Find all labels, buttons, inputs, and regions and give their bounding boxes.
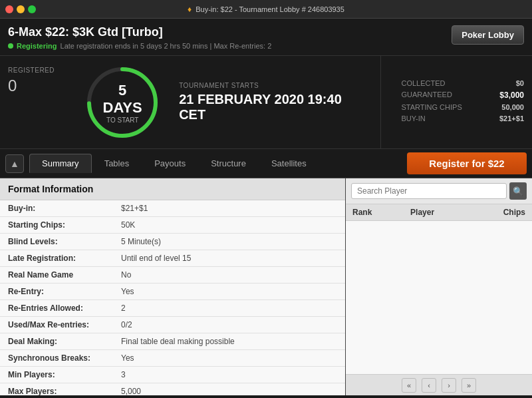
starting-chips-value: 50,000 — [501, 103, 524, 111]
table-row: Max Players:5,000 — [0, 383, 345, 396]
row-value: 2 — [113, 300, 345, 317]
title-bar-icon: ♦ — [188, 5, 192, 14]
player-list-area — [346, 221, 532, 374]
status-dot — [8, 43, 13, 49]
prev-page-button[interactable]: ‹ — [422, 378, 436, 393]
tournament-info: REGISTERED 0 5 DAYS TO START TOURNAMENT … — [0, 56, 532, 149]
buyin-label: BUY-IN — [401, 114, 425, 122]
window-controls — [5, 5, 36, 13]
collapse-button[interactable]: ▲ — [5, 154, 24, 173]
table-row: Synchronous Breaks:Yes — [0, 350, 345, 367]
table-row: Late Registration:Until end of level 15 — [0, 250, 345, 267]
row-value: Until end of level 15 — [113, 250, 345, 267]
tab-satellites[interactable]: Satellites — [259, 154, 319, 173]
tab-payouts[interactable]: Payouts — [142, 154, 198, 173]
timer-to-start: TO START — [103, 116, 142, 123]
collected-value: $0 — [516, 79, 524, 87]
main-content: Format Information Buy-in:$21+$1Starting… — [0, 178, 532, 395]
guaranteed-label: GUARANTEED — [401, 91, 452, 100]
row-key: Buy-in: — [0, 200, 113, 217]
tab-tables[interactable]: Tables — [92, 154, 142, 173]
row-value: 5 Minute(s) — [113, 234, 345, 250]
stat-collected: COLLECTED $0 — [401, 79, 524, 87]
status-label: Registering — [17, 42, 57, 50]
register-button[interactable]: Register for $22 — [407, 152, 527, 174]
stat-buyin: BUY-IN $21+$1 — [401, 114, 524, 122]
left-panel: Format Information Buy-in:$21+$1Starting… — [0, 178, 346, 395]
stat-starting-chips: STARTING CHIPS 50,000 — [401, 103, 524, 111]
header-left: 6-Max $22: $3K Gtd [Turbo] Registering L… — [8, 25, 271, 50]
row-key: Max Players: — [0, 383, 113, 396]
timer-text: 5 DAYS TO START — [103, 81, 142, 123]
row-value: 5,000 — [113, 383, 345, 396]
row-value: Yes — [113, 350, 345, 367]
timer-circle: 5 DAYS TO START — [86, 66, 159, 139]
registered-section: REGISTERED 0 — [8, 56, 86, 148]
next-page-button[interactable]: › — [442, 378, 456, 393]
tournament-starts: TOURNAMENT STARTS 21 FEBRUARY 2020 19:40… — [179, 56, 367, 148]
rank-column-header: Rank — [346, 204, 404, 221]
status-detail: Late registration ends in 5 days 2 hrs 5… — [61, 42, 272, 50]
registered-count: 0 — [8, 77, 86, 95]
tournament-starts-label: TOURNAMENT STARTS — [179, 82, 367, 89]
row-key: Real Name Game — [0, 267, 113, 284]
row-value: 3 — [113, 367, 345, 383]
table-row: Re-Entries Allowed:2 — [0, 300, 345, 317]
row-key: Deal Making: — [0, 333, 113, 350]
tournament-name: 6-Max $22: $3K Gtd [Turbo] — [8, 25, 271, 39]
table-row: Starting Chips:50K — [0, 217, 345, 234]
pagination-bar: « ‹ › » — [346, 374, 532, 395]
minimize-button[interactable] — [17, 5, 25, 13]
last-page-button[interactable]: » — [462, 378, 476, 393]
player-table: Rank Player Chips — [346, 204, 532, 221]
title-bar: ♦ Buy-in: $22 - Tournament Lobby # 24680… — [0, 0, 532, 19]
registered-label: REGISTERED — [8, 67, 86, 74]
row-key: Blind Levels: — [0, 234, 113, 250]
guaranteed-value: $3,000 — [499, 91, 524, 100]
table-row: Min Players:3 — [0, 367, 345, 383]
timer-days: 5 DAYS — [103, 81, 142, 116]
row-key: Starting Chips: — [0, 217, 113, 234]
format-info-header: Format Information — [0, 178, 345, 200]
search-input[interactable] — [351, 183, 507, 199]
table-row: Used/Max Re-entries:0/2 — [0, 317, 345, 333]
chips-column-header: Chips — [469, 204, 532, 221]
tab-structure[interactable]: Structure — [198, 154, 259, 173]
stat-guaranteed: GUARANTEED $3,000 — [401, 91, 524, 100]
table-row: Blind Levels:5 Minute(s) — [0, 234, 345, 250]
tabs: Summary Tables Payouts Structure Satelli… — [29, 154, 319, 173]
row-key: Late Registration: — [0, 250, 113, 267]
row-key: Used/Max Re-entries: — [0, 317, 113, 333]
poker-lobby-button[interactable]: Poker Lobby — [452, 25, 524, 45]
row-value: Yes — [113, 284, 345, 300]
row-value: 0/2 — [113, 317, 345, 333]
row-value: $21+$1 — [113, 200, 345, 217]
tab-summary[interactable]: Summary — [29, 154, 92, 173]
main-header: 6-Max $22: $3K Gtd [Turbo] Registering L… — [0, 19, 532, 56]
search-bar: 🔍 — [346, 178, 532, 204]
row-key: Synchronous Breaks: — [0, 350, 113, 367]
player-column-header: Player — [404, 204, 469, 221]
header-status: Registering Late registration ends in 5 … — [8, 42, 271, 50]
row-value: 50K — [113, 217, 345, 234]
table-row: Deal Making:Final table deal making poss… — [0, 333, 345, 350]
collected-label: COLLECTED — [401, 79, 445, 87]
maximize-button[interactable] — [28, 5, 36, 13]
title-bar-text: Buy-in: $22 - Tournament Lobby # 2468039… — [196, 5, 344, 13]
row-key: Min Players: — [0, 367, 113, 383]
close-button[interactable] — [5, 5, 13, 13]
first-page-button[interactable]: « — [402, 378, 416, 393]
buyin-value: $21+$1 — [499, 114, 524, 122]
table-row: Real Name GameNo — [0, 267, 345, 284]
tournament-date: 21 FEBRUARY 2020 19:40 CET — [179, 92, 367, 122]
format-info-table: Buy-in:$21+$1Starting Chips:50KBlind Lev… — [0, 200, 345, 395]
starting-chips-label: STARTING CHIPS — [401, 103, 462, 111]
stats-section: COLLECTED $0 GUARANTEED $3,000 STARTING … — [380, 56, 524, 148]
timer-section: 5 DAYS TO START — [86, 56, 159, 148]
row-value: Final table deal making possible — [113, 333, 345, 350]
row-value: No — [113, 267, 345, 284]
table-row: Re-Entry:Yes — [0, 284, 345, 300]
search-button[interactable]: 🔍 — [509, 182, 527, 200]
row-key: Re-Entries Allowed: — [0, 300, 113, 317]
right-panel: 🔍 Rank Player Chips « ‹ › » — [346, 178, 532, 395]
